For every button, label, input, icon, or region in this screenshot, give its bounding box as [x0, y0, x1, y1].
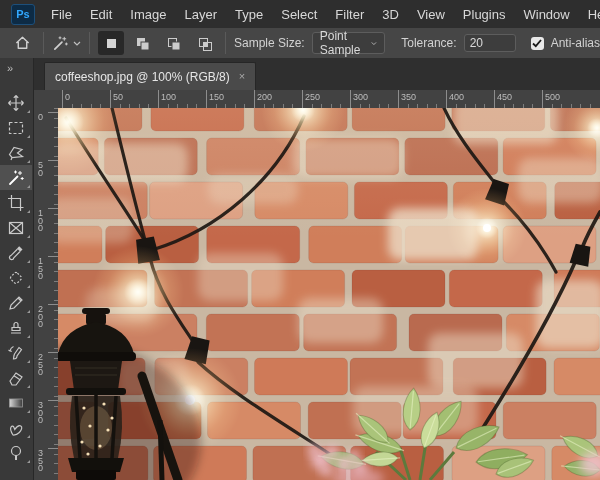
- ruler-tick: [48, 160, 58, 161]
- ruler-label: 50: [113, 92, 123, 102]
- home-button[interactable]: [9, 35, 35, 51]
- panel-collapse-button[interactable]: »: [0, 62, 33, 77]
- ruler-label: 350: [38, 450, 45, 473]
- tool-flyout-indicator: [27, 410, 30, 413]
- rectangular-marquee-icon: [7, 119, 25, 137]
- ruler-label: 450: [497, 92, 512, 102]
- tool-clone-stamp[interactable]: [0, 315, 32, 340]
- dodge-icon: [7, 444, 25, 462]
- tool-smudge[interactable]: [0, 415, 32, 440]
- photo-brick-wall-scene: [58, 108, 600, 480]
- tool-crop[interactable]: [0, 190, 32, 215]
- tool-rectangular-marquee[interactable]: [0, 115, 32, 140]
- tool-flyout-indicator: [27, 135, 30, 138]
- ruler-label: 250: [38, 354, 45, 377]
- tool-move[interactable]: [0, 90, 32, 115]
- menu-view[interactable]: View: [408, 1, 454, 28]
- separator: [43, 32, 44, 54]
- menu-file[interactable]: File: [42, 1, 81, 28]
- tool-flyout-indicator: [27, 435, 30, 438]
- vertical-ruler[interactable]: 050100150200250300350: [34, 108, 59, 480]
- tool-preset-button[interactable]: [52, 35, 81, 52]
- options-bar: Sample Size: Point Sample Tolerance: Ant…: [0, 28, 600, 59]
- tool-gradient[interactable]: [0, 390, 32, 415]
- tool-flyout-indicator: [27, 285, 30, 288]
- ruler-corner: [34, 90, 59, 109]
- ruler-label: 350: [401, 92, 416, 102]
- menu-edit[interactable]: Edit: [81, 1, 121, 28]
- new-selection-button[interactable]: [98, 31, 124, 55]
- chevron-down-icon: [371, 41, 377, 46]
- tab-close-icon[interactable]: ×: [239, 71, 245, 82]
- separator: [225, 32, 226, 54]
- history-brush-icon: [7, 344, 25, 362]
- tools-panel: »: [0, 58, 34, 480]
- ruler-tick: [48, 208, 58, 209]
- sample-size-dropdown[interactable]: Point Sample: [312, 32, 386, 54]
- menu-select[interactable]: Select: [272, 1, 326, 28]
- tool-history-brush[interactable]: [0, 340, 32, 365]
- magic-wand-icon: [7, 169, 25, 187]
- tool-lasso[interactable]: [0, 140, 32, 165]
- menu-filter[interactable]: Filter: [326, 1, 373, 28]
- subtract-from-selection-button[interactable]: [160, 31, 186, 55]
- intersect-selection-button[interactable]: [191, 31, 217, 55]
- tool-flyout-indicator: [27, 310, 30, 313]
- ruler-label: 250: [305, 92, 320, 102]
- tool-spot-healing[interactable]: [0, 265, 32, 290]
- ruler-label: 400: [449, 92, 464, 102]
- pencil-icon: [7, 294, 25, 312]
- lasso-icon: [7, 144, 25, 162]
- document-tab[interactable]: coffeeshop.jpg @ 100% (RGB/8) ×: [44, 62, 256, 90]
- ruler-tick: [494, 90, 495, 108]
- tool-eyedropper[interactable]: [0, 240, 32, 265]
- gradient-icon: [7, 394, 25, 412]
- home-icon: [14, 35, 31, 51]
- sample-size-value: Point Sample: [320, 29, 372, 57]
- anti-alias-label: Anti-alias: [551, 36, 600, 50]
- ruler-tick: [206, 90, 207, 108]
- document-canvas[interactable]: [58, 108, 600, 480]
- document-tab-title: coffeeshop.jpg @ 100% (RGB/8): [55, 70, 230, 84]
- eyedropper-icon: [7, 244, 25, 262]
- tolerance-input[interactable]: [464, 34, 516, 52]
- frame-icon: [7, 219, 25, 237]
- move-icon: [7, 94, 25, 112]
- smudge-icon: [7, 419, 25, 437]
- add-to-selection-button[interactable]: [129, 31, 155, 55]
- crop-icon: [7, 194, 25, 212]
- tool-eraser[interactable]: [0, 365, 32, 390]
- eraser-icon: [7, 369, 25, 387]
- anti-alias-checkbox[interactable]: [531, 37, 544, 50]
- menu-help[interactable]: Help: [579, 1, 600, 28]
- ruler-label: 500: [545, 92, 560, 102]
- intersect-selection-icon: [196, 35, 213, 52]
- tool-flyout-indicator: [27, 110, 30, 113]
- menu-window[interactable]: Window: [514, 1, 578, 28]
- menu-image[interactable]: Image: [121, 1, 175, 28]
- menu-layer[interactable]: Layer: [176, 1, 227, 28]
- horizontal-ruler[interactable]: 050100150200250300350400450500: [58, 90, 600, 109]
- tool-flyout-indicator: [27, 335, 30, 338]
- check-icon: [532, 39, 542, 48]
- tool-pencil[interactable]: [0, 290, 32, 315]
- ruler-tick: [48, 352, 58, 353]
- ruler-label: 0: [65, 92, 70, 102]
- tool-frame[interactable]: [0, 215, 32, 240]
- menu-3d[interactable]: 3D: [373, 1, 408, 28]
- ruler-label: 200: [257, 92, 272, 102]
- menu-items: FileEditImageLayerTypeSelectFilter3DView…: [42, 1, 600, 28]
- magic-wand-icon: [52, 35, 69, 52]
- clone-stamp-icon: [7, 319, 25, 337]
- tool-flyout-indicator: [27, 360, 30, 363]
- menu-type[interactable]: Type: [226, 1, 272, 28]
- ruler-tick: [48, 448, 58, 449]
- menu-plugins[interactable]: Plugins: [454, 1, 515, 28]
- ruler-tick: [446, 90, 447, 108]
- tool-list: [0, 90, 33, 465]
- tool-dodge[interactable]: [0, 440, 32, 465]
- tolerance-label: Tolerance:: [401, 36, 456, 50]
- ruler-label: 200: [38, 306, 45, 329]
- ruler-tick: [110, 90, 111, 108]
- tool-magic-wand[interactable]: [0, 165, 32, 190]
